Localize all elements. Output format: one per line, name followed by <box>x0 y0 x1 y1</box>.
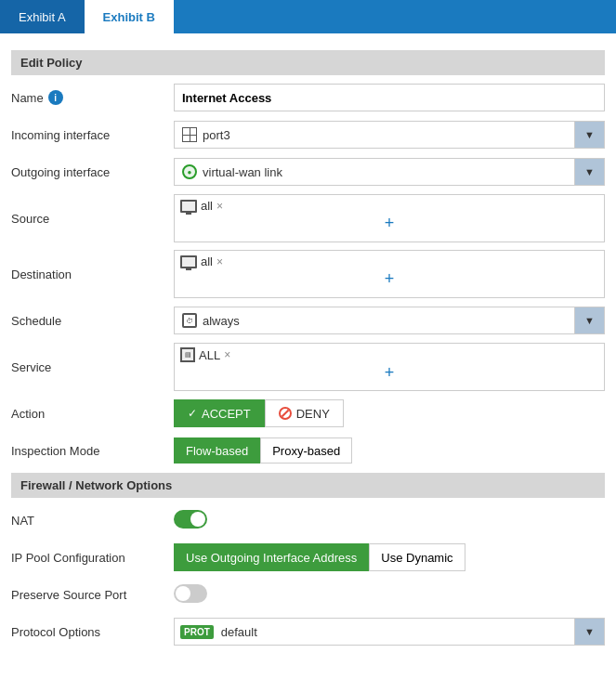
nat-row: NAT <box>11 505 605 535</box>
flow-based-button[interactable]: Flow-based <box>174 437 260 464</box>
nat-toggle[interactable] <box>174 510 207 529</box>
service-tag: ▤ ALL × <box>180 347 230 362</box>
name-control <box>174 84 605 111</box>
destination-control: all × + <box>174 250 605 298</box>
destination-tag: all × <box>180 255 223 268</box>
action-label: Action <box>11 407 174 421</box>
outgoing-dropdown[interactable]: ● virtual-wan link <box>174 158 605 186</box>
source-row: Source all × + <box>11 194 605 242</box>
preserve-row: Preserve Source Port <box>11 580 605 609</box>
inspection-control: Flow-based Proxy-based <box>174 437 605 464</box>
port-icon <box>182 127 197 142</box>
incoming-arrow-icon <box>574 122 604 148</box>
protocol-row: Protocol Options PROT default <box>11 617 605 646</box>
source-remove-icon[interactable]: × <box>216 200 223 213</box>
use-dynamic-button[interactable]: Use Dynamic <box>369 543 465 571</box>
incoming-row: Incoming interface port3 <box>11 120 605 150</box>
incoming-label: Incoming interface <box>11 128 174 142</box>
protocol-dropdown[interactable]: PROT default <box>174 618 605 646</box>
globe-icon: ● <box>182 164 197 179</box>
outgoing-arrow-icon <box>574 159 604 185</box>
name-info-icon[interactable]: i <box>48 90 63 105</box>
preserve-toggle[interactable] <box>174 584 207 603</box>
nat-control <box>174 510 605 531</box>
preserve-control <box>174 584 605 606</box>
inspection-label: Inspection Mode <box>11 444 174 458</box>
schedule-icon: ⏱ <box>182 313 197 328</box>
source-tag-box: all × + <box>174 194 605 242</box>
service-add-button[interactable]: + <box>180 364 598 381</box>
ip-pool-label: IP Pool Configuration <box>11 551 174 565</box>
name-row: Name i <box>11 83 605 112</box>
schedule-label: Schedule <box>11 314 174 328</box>
use-outgoing-button[interactable]: Use Outgoing Interface Address <box>174 543 369 571</box>
nat-label: NAT <box>11 514 174 528</box>
name-label: Name i <box>11 90 174 105</box>
service-label: Service <box>11 360 174 374</box>
incoming-dropdown[interactable]: port3 <box>174 121 605 149</box>
outgoing-control: ● virtual-wan link <box>174 158 605 186</box>
destination-label: Destination <box>11 268 174 281</box>
tab-exhibit-a[interactable]: Exhibit A <box>0 0 85 33</box>
inspection-row: Inspection Mode Flow-based Proxy-based <box>11 436 605 465</box>
schedule-row: Schedule ⏱ always <box>11 306 605 335</box>
source-label: Source <box>11 212 174 226</box>
schedule-control: ⏱ always <box>174 307 605 334</box>
destination-remove-icon[interactable]: × <box>216 255 223 268</box>
accept-button[interactable]: ✓ ACCEPT <box>174 399 265 427</box>
source-add-button[interactable]: + <box>180 215 598 231</box>
source-control: all × + <box>174 194 605 242</box>
outgoing-label: Outgoing interface <box>11 165 174 179</box>
schedule-arrow-icon <box>574 307 604 333</box>
destination-add-button[interactable]: + <box>180 270 598 287</box>
prot-badge: PROT <box>180 625 214 639</box>
action-control: ✓ ACCEPT DENY <box>174 399 605 427</box>
ip-pool-control: Use Outgoing Interface Address Use Dynam… <box>174 543 605 571</box>
edit-policy-header: Edit Policy <box>11 50 605 75</box>
proxy-based-button[interactable]: Proxy-based <box>260 437 352 464</box>
service-tag-box: ▤ ALL × + <box>174 343 605 391</box>
name-input[interactable] <box>174 84 605 111</box>
protocol-arrow-icon <box>574 619 604 645</box>
main-content: Edit Policy Name i Incoming interface po… <box>0 33 616 663</box>
service-row: Service ▤ ALL × + <box>11 343 605 391</box>
deny-icon <box>279 407 292 420</box>
tab-bar: Exhibit A Exhibit B <box>0 0 616 33</box>
destination-row: Destination all × + <box>11 250 605 298</box>
ip-pool-row: IP Pool Configuration Use Outgoing Inter… <box>11 542 605 572</box>
monitor-icon-2 <box>180 255 197 268</box>
tab-exhibit-b[interactable]: Exhibit B <box>85 0 174 33</box>
service-control: ▤ ALL × + <box>174 343 605 391</box>
schedule-dropdown[interactable]: ⏱ always <box>174 307 605 334</box>
preserve-label: Preserve Source Port <box>11 588 174 602</box>
incoming-control: port3 <box>174 121 605 149</box>
checkmark-icon: ✓ <box>188 407 197 420</box>
service-remove-icon[interactable]: × <box>224 348 230 361</box>
protocol-value: default <box>214 625 574 639</box>
monitor-icon <box>180 200 197 213</box>
firewall-options-header: Firewall / Network Options <box>11 473 605 498</box>
action-row: Action ✓ ACCEPT DENY <box>11 398 605 428</box>
destination-tag-box: all × + <box>174 250 605 298</box>
deny-button[interactable]: DENY <box>265 399 344 427</box>
protocol-control: PROT default <box>174 618 605 646</box>
outgoing-row: Outgoing interface ● virtual-wan link <box>11 157 605 187</box>
service-icon: ▤ <box>180 347 195 362</box>
protocol-label: Protocol Options <box>11 625 174 639</box>
source-tag: all × <box>180 199 223 213</box>
